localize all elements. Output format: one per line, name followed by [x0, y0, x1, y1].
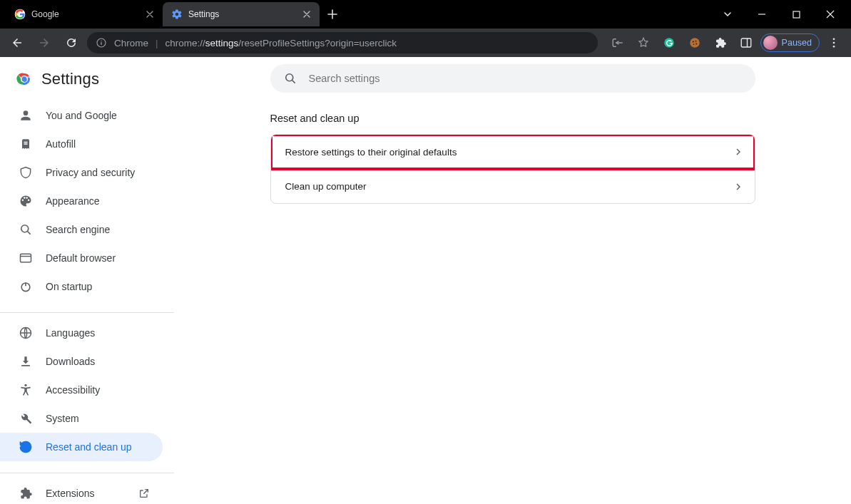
tab-google[interactable]: Google	[6, 2, 163, 26]
tab-strip: Google Settings	[0, 0, 851, 29]
row-clean-up-computer[interactable]: Clean up computer	[271, 169, 755, 203]
share-icon[interactable]	[606, 31, 629, 54]
url-rest: /resetProfileSettings?origin=userclick	[238, 38, 397, 48]
google-favicon-icon	[14, 9, 26, 20]
window-maximize-button[interactable]	[780, 3, 812, 26]
sidebar-group-extra: Extensions	[0, 479, 174, 504]
sidebar-item-reset[interactable]: Reset and clean up	[0, 433, 163, 461]
sidebar-item-accessibility[interactable]: Accessibility	[0, 376, 163, 404]
sidebar-item-label: Accessibility	[46, 384, 100, 396]
svg-point-7	[692, 41, 693, 42]
sidebar-item-on-startup[interactable]: On startup	[0, 272, 163, 301]
sidebar-item-label: System	[46, 413, 79, 424]
sidebar-item-label: Search engine	[46, 224, 110, 235]
forward-button[interactable]	[33, 31, 56, 54]
profile-chip-label: Paused	[782, 38, 812, 48]
extension-cookie-icon[interactable]	[683, 31, 706, 54]
sidebar-item-label: Languages	[46, 327, 95, 339]
svg-rect-11	[741, 38, 751, 47]
chevron-right-icon	[736, 183, 740, 190]
external-link-icon	[138, 488, 150, 499]
url-prefix: chrome://	[165, 38, 205, 48]
site-info-icon[interactable]	[96, 37, 107, 48]
sidebar-item-system[interactable]: System	[0, 404, 163, 433]
sidebar-group-advanced: Languages Downloads Accessibility System…	[0, 319, 174, 467]
svg-point-10	[693, 43, 694, 45]
svg-rect-4	[101, 41, 101, 41]
settings-search[interactable]	[270, 64, 755, 93]
profile-chip[interactable]: Paused	[760, 34, 820, 52]
extensions-icon[interactable]	[709, 31, 732, 54]
sidebar-item-label: On startup	[46, 281, 92, 292]
sidebar-item-label: Downloads	[46, 356, 95, 367]
section-title: Reset and clean up	[270, 113, 755, 124]
toolbar: Chrome | chrome://settings/resetProfileS…	[0, 29, 851, 57]
close-icon[interactable]	[301, 9, 312, 20]
chevron-down-icon[interactable]	[711, 3, 744, 26]
sidebar-item-label: You and Google	[46, 110, 117, 121]
sidebar-divider	[0, 473, 174, 473]
svg-point-16	[21, 76, 26, 81]
back-button[interactable]	[6, 31, 29, 54]
sidebar-item-autofill[interactable]: Autofill	[0, 130, 163, 158]
row-restore-defaults[interactable]: Restore settings to their original defau…	[271, 135, 755, 169]
sidebar-item-label: Reset and clean up	[46, 441, 132, 453]
svg-point-18	[21, 225, 29, 232]
page-title: Settings	[41, 70, 99, 88]
sidebar-item-downloads[interactable]: Downloads	[0, 347, 163, 376]
bookmark-icon[interactable]	[632, 31, 655, 54]
chrome-logo-icon	[16, 71, 33, 88]
extension-grammarly-icon[interactable]	[658, 31, 681, 54]
side-panel-icon[interactable]	[735, 31, 758, 54]
window-controls	[711, 3, 847, 26]
chevron-right-icon	[736, 148, 740, 155]
url-host: Chrome	[114, 38, 148, 48]
search-icon	[283, 71, 297, 86]
main-content: Reset and clean up Restore settings to t…	[174, 57, 851, 504]
url-bold: settings	[205, 38, 239, 48]
settings-search-input[interactable]	[309, 73, 743, 84]
svg-rect-19	[21, 254, 31, 262]
settings-page: Settings You and Google Autofill Privacy…	[0, 57, 851, 504]
svg-point-14	[833, 46, 835, 48]
svg-point-9	[695, 43, 697, 45]
window-minimize-button[interactable]	[745, 3, 778, 26]
sidebar-item-label: Autofill	[46, 138, 76, 150]
sidebar-item-label: Privacy and security	[46, 167, 135, 178]
sidebar-item-appearance[interactable]: Appearance	[0, 187, 163, 215]
sidebar-item-label: Appearance	[46, 195, 100, 207]
svg-point-22	[24, 384, 26, 386]
svg-point-23	[285, 74, 292, 81]
tab-label: Settings	[188, 9, 295, 19]
sidebar-item-default-browser[interactable]: Default browser	[0, 244, 163, 272]
browser-chrome: Google Settings	[0, 0, 851, 57]
reload-button[interactable]	[60, 31, 83, 54]
sidebar-item-label: Default browser	[46, 252, 116, 264]
row-label: Restore settings to their original defau…	[285, 147, 457, 158]
sidebar[interactable]: Settings You and Google Autofill Privacy…	[0, 57, 174, 504]
row-label: Clean up computer	[285, 181, 367, 192]
sidebar-item-search-engine[interactable]: Search engine	[0, 215, 163, 244]
sidebar-item-languages[interactable]: Languages	[0, 319, 163, 347]
address-bar[interactable]: Chrome | chrome://settings/resetProfileS…	[87, 32, 598, 53]
new-tab-button[interactable]	[322, 4, 342, 24]
tab-label: Google	[31, 9, 138, 19]
svg-point-6	[690, 38, 700, 48]
sidebar-item-extensions[interactable]: Extensions	[0, 479, 163, 504]
svg-rect-1	[793, 11, 800, 18]
svg-point-12	[833, 38, 835, 40]
window-close-button[interactable]	[814, 3, 847, 26]
svg-point-13	[833, 42, 835, 44]
sidebar-divider	[0, 312, 174, 313]
sidebar-item-label: Extensions	[46, 488, 94, 499]
page-title-row: Settings	[0, 57, 174, 101]
svg-point-8	[695, 41, 696, 42]
close-icon[interactable]	[144, 9, 156, 20]
tab-settings[interactable]: Settings	[163, 2, 320, 26]
sidebar-item-privacy[interactable]: Privacy and security	[0, 158, 163, 187]
sidebar-item-you-and-google[interactable]: You and Google	[0, 101, 163, 130]
reset-card: Restore settings to their original defau…	[270, 134, 755, 204]
avatar-icon	[763, 36, 778, 50]
svg-rect-3	[101, 42, 101, 45]
kebab-menu-icon[interactable]	[822, 31, 845, 54]
